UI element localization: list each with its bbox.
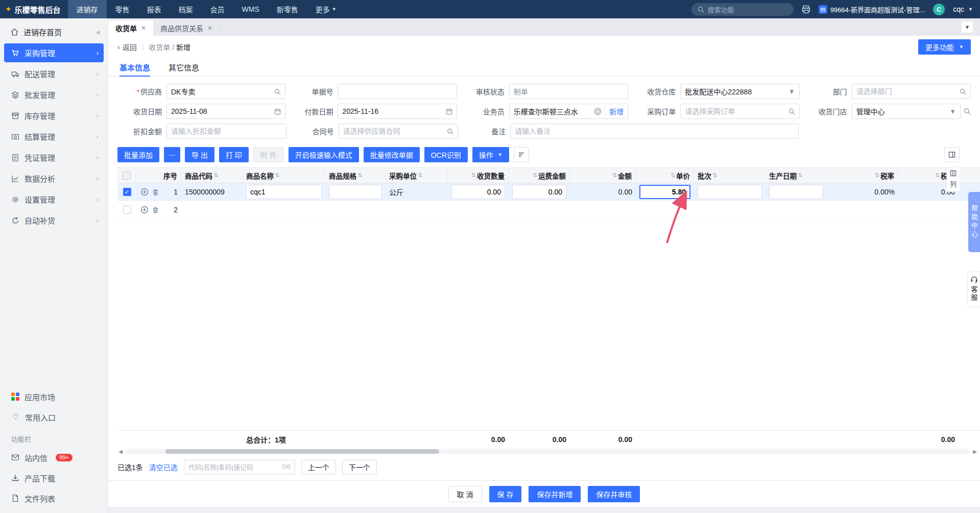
save-button[interactable]: 保 存 (489, 486, 522, 502)
help-center-panel[interactable]: 帮助中心 (968, 192, 980, 252)
receive-date-field[interactable] (166, 104, 285, 119)
sort-icon[interactable]: ⇅ (533, 172, 537, 179)
sidebar-home[interactable]: 进销存首页 (10, 27, 62, 37)
operate-dropdown-button[interactable]: 操作 ▼ (472, 147, 509, 162)
nav-item-new-retail[interactable]: 新零售 (268, 0, 307, 18)
salesman-add-link[interactable]: 新增 (605, 106, 624, 116)
sidebar-item-app-market[interactable]: 应用市场 (4, 387, 104, 406)
clear-selection-link[interactable]: 清空已选 (149, 462, 178, 472)
scrollbar-thumb[interactable] (165, 449, 439, 454)
column-header-name[interactable]: 商品名称 (246, 170, 274, 181)
batch-input[interactable] (698, 185, 762, 199)
sidebar-item-delivery[interactable]: 配送管理› (4, 64, 104, 83)
more-functions-button[interactable]: 更多功能 ▼ (918, 39, 971, 55)
tab-receive-order[interactable]: 收货单 ✕ (108, 20, 153, 36)
sort-icon[interactable]: ⇅ (357, 172, 362, 179)
sort-icon[interactable]: ⇅ (935, 172, 940, 179)
receive-store-select[interactable]: 管理中心 ▼ (852, 104, 961, 119)
company-selector[interactable]: ▤ 99664-新界面商超版测试-管理... (819, 5, 925, 14)
receive-qty-input[interactable] (451, 185, 505, 199)
prod-date-input[interactable] (769, 185, 823, 199)
speed-input-mode-button[interactable]: 开启极速输入模式 (289, 147, 359, 162)
sort-icon[interactable]: ⇅ (671, 172, 675, 179)
scroll-right-icon[interactable]: ▶ (972, 449, 978, 454)
warehouse-select[interactable]: 批发配送中心222888 ▼ (680, 84, 799, 99)
purchase-order-field[interactable] (680, 104, 799, 119)
sidebar-item-wholesale[interactable]: 批发管理› (4, 85, 104, 104)
sort-order-button[interactable] (514, 147, 529, 162)
batch-add-more-button[interactable]: ⋯ (164, 147, 180, 162)
column-header-amount[interactable]: 金额 (618, 170, 632, 181)
delete-row-icon[interactable] (151, 206, 160, 214)
export-button[interactable]: 导 出 (185, 147, 214, 162)
receive-date-input[interactable] (171, 107, 271, 115)
nav-item-inventory[interactable]: 进销存 (68, 0, 107, 18)
sort-icon[interactable]: ⇅ (712, 172, 717, 179)
nav-item-retail[interactable]: 零售 (107, 0, 138, 18)
sidebar-item-stock[interactable]: 库存管理› (4, 106, 104, 125)
customer-service-button[interactable]: 客服 (967, 272, 980, 307)
column-header-prod-date[interactable]: 生产日期 (769, 170, 797, 181)
sidebar-item-settlement[interactable]: 结算管理› (4, 127, 104, 146)
back-button[interactable]: ‹ 返回 (117, 42, 137, 52)
user-menu[interactable]: cqc ▼ (953, 5, 973, 13)
row-checkbox[interactable]: ✓ (123, 188, 131, 196)
freight-amount-input[interactable] (512, 185, 566, 199)
save-and-new-button[interactable]: 保存并新增 (529, 486, 581, 502)
sort-icon[interactable]: ⇅ (418, 172, 422, 179)
sidebar-item-file-list[interactable]: 文件列表 (4, 488, 104, 508)
column-header-seq[interactable]: 序号 (163, 170, 177, 181)
pay-date-input[interactable] (342, 107, 442, 115)
delete-row-icon[interactable] (151, 188, 160, 197)
contract-input[interactable] (343, 127, 444, 135)
sort-icon[interactable]: ⇅ (275, 172, 279, 179)
tabstrip-collapse-button[interactable]: ▼ (962, 21, 973, 33)
doc-no-field[interactable] (338, 84, 457, 99)
sidebar-item-messages[interactable]: 站内信 99+ (4, 448, 104, 467)
supplier-input[interactable] (171, 87, 271, 95)
quick-search-input[interactable] (188, 463, 279, 471)
unit-price-input[interactable] (639, 185, 690, 199)
nav-item-reports[interactable]: 报表 (138, 0, 170, 18)
calendar-icon[interactable] (446, 108, 452, 115)
add-row-icon[interactable] (140, 188, 149, 197)
clear-icon[interactable]: ✕ (594, 108, 602, 115)
tab-supply-relation[interactable]: 商品供货关系 ✕ (153, 20, 220, 36)
nav-item-wms[interactable]: WMS (233, 0, 268, 18)
row-checkbox[interactable] (123, 206, 131, 214)
column-header-tax-rate[interactable]: 税率 (880, 170, 894, 181)
sidebar-item-replenish[interactable]: 自动补货› (4, 211, 104, 230)
purchase-order-input[interactable] (685, 107, 785, 115)
avatar[interactable]: C (933, 4, 945, 15)
search-icon[interactable] (447, 128, 453, 135)
sidebar-item-purchase[interactable]: 采购管理› (4, 43, 104, 62)
table-row[interactable]: 2 (117, 201, 980, 219)
remark-input[interactable] (515, 127, 794, 135)
select-all-checkbox[interactable] (123, 172, 131, 180)
search-icon[interactable] (960, 88, 966, 95)
column-header-spec[interactable]: 商品规格 (329, 170, 356, 181)
sort-icon[interactable]: ⇅ (875, 172, 879, 179)
supplier-field[interactable] (166, 84, 285, 99)
subtab-basic-info[interactable]: 基本信息 (119, 58, 150, 76)
column-settings-button[interactable]: 列 (946, 167, 960, 192)
search-icon[interactable] (788, 108, 795, 115)
department-field[interactable] (852, 84, 971, 99)
print-button[interactable]: 打 印 (219, 147, 249, 162)
ocr-button[interactable]: OCR识别 (424, 147, 468, 162)
add-row-icon[interactable] (140, 206, 149, 214)
next-button[interactable]: 下一个 (342, 460, 377, 474)
discount-input[interactable] (171, 127, 282, 135)
search-icon[interactable] (274, 88, 281, 95)
nav-item-members[interactable]: 会员 (202, 0, 233, 18)
remark-field[interactable] (510, 124, 799, 139)
salesman-field[interactable]: 乐檬查尔斯顿三点水 ✕ 新增 (509, 104, 628, 119)
sort-icon[interactable]: ⇅ (471, 172, 476, 179)
previous-button[interactable]: 上一个 (301, 460, 336, 474)
column-header-code[interactable]: 商品代码 (185, 170, 212, 181)
column-header-price[interactable]: 单价 (676, 170, 690, 181)
column-header-qty[interactable]: 收货数量 (477, 170, 505, 181)
batch-edit-button[interactable]: 批量修改单据 (364, 147, 420, 162)
nav-item-archives[interactable]: 档案 (170, 0, 202, 18)
nav-item-more[interactable]: 更多▼ (307, 0, 345, 18)
